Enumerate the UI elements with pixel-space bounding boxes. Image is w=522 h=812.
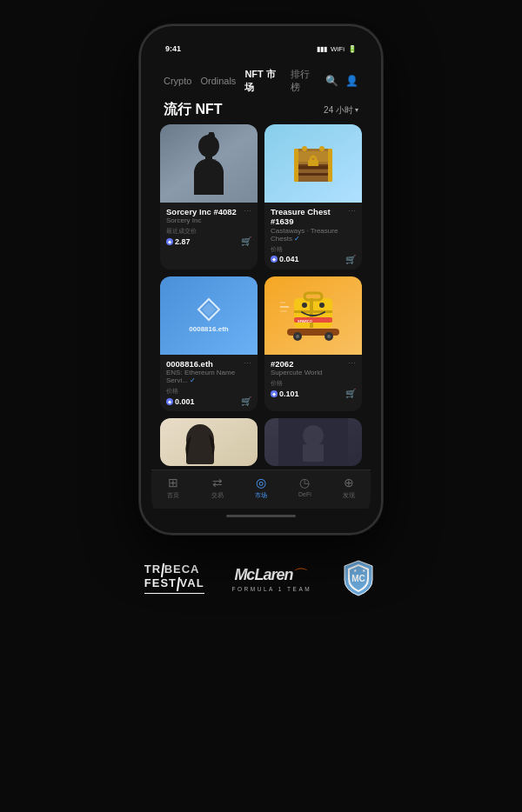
tribeca-logo: TR BECA FEST VAL bbox=[144, 563, 204, 591]
nft-collection-4: Supercute World bbox=[271, 369, 356, 376]
wifi-icon: WiFi bbox=[331, 45, 345, 53]
more-icon-4[interactable]: ⋯ bbox=[348, 359, 356, 368]
nav-label-market: 市场 bbox=[255, 491, 267, 500]
svg-rect-12 bbox=[294, 149, 298, 182]
more-icon-3[interactable]: ⋯ bbox=[244, 359, 251, 368]
skateboard-character: SPARCO bbox=[278, 281, 348, 350]
tribeca-underline bbox=[144, 593, 204, 594]
nft-collection-3: ENS: Ethereum Name Servi... ✓ bbox=[166, 369, 251, 384]
page-header: 流行 NFT 24 小时 ▾ bbox=[151, 99, 371, 124]
time-filter-label: 24 小时 bbox=[324, 104, 353, 116]
cart-icon-3[interactable]: 🛒 bbox=[241, 396, 251, 406]
price-row-1: ◆ 2.87 🛒 bbox=[166, 236, 251, 246]
tab-ordinals[interactable]: Ordinals bbox=[200, 74, 236, 88]
signal-icon: ▮▮▮ bbox=[317, 45, 327, 53]
svg-point-2 bbox=[198, 135, 219, 157]
nft-image-1 bbox=[160, 124, 258, 203]
svg-point-29 bbox=[296, 335, 299, 338]
tab-ranking[interactable]: 排行榜 bbox=[291, 66, 317, 96]
nav-item-discover[interactable]: ⊕ 发现 bbox=[327, 476, 371, 500]
nft-name-4: #2062 bbox=[271, 359, 293, 369]
nav-label-discover: 发现 bbox=[343, 491, 355, 500]
eth-icon-4: ◆ bbox=[271, 390, 278, 397]
exchange-icon: ⇄ bbox=[212, 476, 223, 489]
nft-collection-1: Sorcery Inc bbox=[166, 216, 251, 224]
svg-point-14 bbox=[302, 146, 307, 151]
svg-rect-38 bbox=[303, 444, 324, 462]
nav-tabs: Crypto Ordinals NFT 市场 排行榜 🔍 👤 bbox=[151, 61, 371, 99]
svg-point-23 bbox=[319, 303, 325, 308]
cart-icon-4[interactable]: 🛒 bbox=[345, 389, 356, 398]
status-time: 9:41 bbox=[165, 44, 181, 53]
nft-info-3: 0008816.eth ⋯ ENS: Ethereum Name Servi..… bbox=[160, 355, 258, 411]
price-label-4: 价格 bbox=[271, 379, 356, 388]
price-row-4: ◆ 0.101 🛒 bbox=[271, 389, 356, 398]
bottom-nav: ⊞ 首页 ⇄ 交易 ◎ 市场 ◷ DeFi ⊕ 发现 bbox=[151, 469, 371, 509]
verified-badge-3: ✓ bbox=[190, 376, 196, 384]
price-label-2: 价格 bbox=[271, 245, 356, 254]
svg-point-37 bbox=[303, 425, 324, 446]
nav-item-defi[interactable]: ◷ DeFi bbox=[283, 476, 326, 500]
price-value-4: ◆ 0.101 bbox=[271, 389, 299, 398]
price-label-1: 最近成交价 bbox=[166, 227, 251, 236]
chevron-down-icon: ▾ bbox=[355, 106, 358, 114]
silhouette-figure bbox=[187, 132, 231, 195]
eth-icon-2: ◆ bbox=[271, 256, 278, 263]
nft-info-1: Sorcery Inc #4082 ⋯ Sorcery Inc 最近成交价 ◆ … bbox=[160, 203, 258, 251]
mclaren-logo-row: McLaren ⌒ bbox=[234, 565, 309, 586]
nft-card-4[interactable]: SPARCO bbox=[264, 276, 362, 411]
treasure-chest-figure bbox=[287, 140, 339, 188]
search-icon[interactable]: 🔍 bbox=[325, 75, 338, 87]
nav-label-trade: 交易 bbox=[211, 491, 224, 500]
nft-image-2 bbox=[264, 124, 362, 203]
phone-notch bbox=[231, 37, 291, 52]
price-row-2: ◆ 0.041 🛒 bbox=[271, 255, 356, 264]
discover-icon: ⊕ bbox=[344, 476, 354, 489]
time-filter[interactable]: 24 小时 ▾ bbox=[324, 104, 358, 116]
nav-item-trade[interactable]: ⇄ 交易 bbox=[195, 476, 238, 500]
mclaren-swoosh: ⌒ bbox=[293, 565, 309, 586]
tab-crypto[interactable]: Crypto bbox=[164, 74, 191, 88]
eth-icon-1: ◆ bbox=[166, 238, 173, 245]
price-value-1: ◆ 2.87 bbox=[166, 237, 191, 246]
price-amount-4: 0.101 bbox=[279, 389, 299, 398]
nft-image-4: SPARCO bbox=[264, 276, 362, 355]
ens-domain-label: 0008816.eth bbox=[189, 325, 228, 333]
nav-label-defi: DeFi bbox=[298, 491, 311, 497]
nav-item-market[interactable]: ◎ 市场 bbox=[239, 476, 283, 500]
phone-screen: 9:41 ▮▮▮ WiFi 🔋 Crypto Ordinals NFT 市场 排… bbox=[151, 37, 371, 522]
profile-icon[interactable]: 👤 bbox=[345, 75, 358, 87]
brand-tribeca: TR BECA FEST VAL bbox=[144, 563, 204, 594]
more-icon-1[interactable]: ⋯ bbox=[244, 207, 251, 216]
nav-item-home[interactable]: ⊞ 首页 bbox=[151, 476, 195, 500]
svg-rect-13 bbox=[328, 149, 332, 182]
brand-mancity: MC ★ ★ bbox=[339, 559, 378, 597]
nft-name-2: Treasure Chest #1639 bbox=[271, 207, 348, 227]
mclaren-subtitle: FORMULA 1 TEAM bbox=[232, 586, 312, 592]
nft-card-5[interactable] bbox=[160, 418, 258, 466]
cart-icon-1[interactable]: 🛒 bbox=[241, 236, 251, 246]
price-value-2: ◆ 0.041 bbox=[271, 255, 299, 263]
brand-mclaren: McLaren ⌒ FORMULA 1 TEAM bbox=[232, 565, 312, 592]
price-label-3: 价格 bbox=[166, 387, 251, 396]
more-icon-2[interactable]: ⋯ bbox=[348, 207, 356, 216]
nft-card-6[interactable] bbox=[264, 418, 362, 466]
footer-branding: TR BECA FEST VAL McLaren ⌒ FORMULA 1 TEA… bbox=[144, 559, 378, 597]
cart-icon-2[interactable]: 🛒 bbox=[345, 255, 356, 264]
svg-text:SPARCO: SPARCO bbox=[298, 319, 312, 323]
tab-nft-market[interactable]: NFT 市场 bbox=[244, 66, 281, 96]
price-amount-3: 0.001 bbox=[175, 397, 195, 406]
phone-shell: 9:41 ▮▮▮ WiFi 🔋 Crypto Ordinals NFT 市场 排… bbox=[139, 24, 383, 535]
verified-badge-2: ✓ bbox=[294, 235, 300, 243]
nft-card-2[interactable]: Treasure Chest #1639 ⋯ Castaways · Treas… bbox=[264, 124, 362, 270]
nft-card-3[interactable]: 0008816.eth 0008816.eth ⋯ ENS: Ethereum … bbox=[160, 276, 258, 411]
status-icons: ▮▮▮ WiFi 🔋 bbox=[317, 45, 357, 53]
ens-diamond-icon bbox=[197, 297, 221, 322]
price-amount-2: 0.041 bbox=[279, 255, 299, 263]
svg-text:MC: MC bbox=[351, 574, 365, 583]
nav-action-icons: 🔍 👤 bbox=[325, 75, 358, 87]
battery-icon: 🔋 bbox=[348, 45, 357, 53]
home-indicator bbox=[151, 509, 371, 522]
nav-label-home: 首页 bbox=[167, 491, 179, 500]
nft-card-1[interactable]: Sorcery Inc #4082 ⋯ Sorcery Inc 最近成交价 ◆ … bbox=[160, 124, 258, 270]
